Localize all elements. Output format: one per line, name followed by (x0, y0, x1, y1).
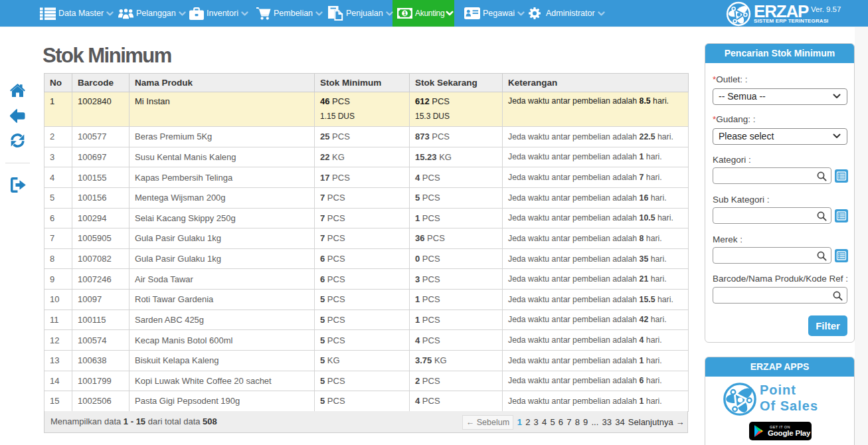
svg-text:1: 1 (403, 10, 406, 17)
